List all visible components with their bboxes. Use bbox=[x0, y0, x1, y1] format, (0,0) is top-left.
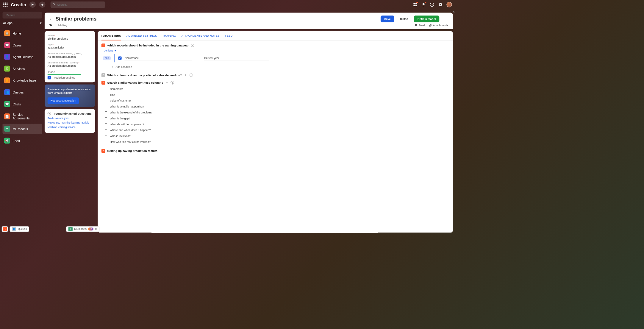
feed-link[interactable]: Feed bbox=[415, 24, 425, 27]
faq-card: ? Frequently asked questions Predictive … bbox=[45, 109, 95, 132]
attachments-link[interactable]: Attachments bbox=[429, 24, 448, 27]
section-toggle[interactable]: ˄ bbox=[101, 149, 105, 153]
taskbar-queues[interactable]: 👥Queues bbox=[10, 226, 29, 232]
column-item[interactable]: TComments bbox=[104, 86, 449, 92]
section-toggle[interactable]: ˄ bbox=[101, 43, 105, 47]
column-item[interactable]: TWhat is the gap? bbox=[104, 115, 449, 121]
global-search[interactable] bbox=[51, 1, 105, 8]
nav-services[interactable]: ⚙Services bbox=[2, 64, 42, 74]
tab-training[interactable]: TRAINING bbox=[162, 31, 176, 40]
user-avatar[interactable] bbox=[446, 2, 452, 7]
tab-feed[interactable]: FEED bbox=[225, 31, 232, 40]
column-label: Where and when does it happen? bbox=[110, 129, 151, 132]
detail-panel: PARAMETERS ADVANCED SETTINGS TRAINING AT… bbox=[98, 31, 453, 233]
object-field[interactable]: Search for similar among (Object)* A3 pr… bbox=[48, 52, 92, 59]
column-item[interactable]: TWhere and when does it happen? bbox=[104, 127, 449, 133]
faq-link[interactable]: How to use machine learning models bbox=[48, 121, 92, 125]
required-marker: * bbox=[79, 61, 79, 64]
back-button[interactable]: ← bbox=[49, 17, 53, 21]
column-label: What should be happening? bbox=[110, 123, 144, 126]
nav-service-agreements[interactable]: 📄Service Agreements bbox=[2, 111, 42, 122]
column-item[interactable]: TWhat should be happening? bbox=[104, 121, 449, 127]
name-field[interactable]: Name* Similar problems bbox=[48, 34, 92, 41]
retrain-model-button[interactable]: Retrain model bbox=[414, 15, 439, 22]
queue-icon: 👥 bbox=[4, 89, 10, 95]
text-type-icon: T bbox=[104, 99, 108, 102]
tab-attachments-notes[interactable]: ATTACHMENTS AND NOTES bbox=[182, 31, 220, 40]
tab-parameters[interactable]: PARAMETERS bbox=[101, 31, 121, 40]
nav-home[interactable]: 🏠Home bbox=[2, 28, 42, 38]
taskbar-creatio[interactable]: ➜ bbox=[2, 226, 8, 232]
column-label: Title bbox=[110, 93, 115, 96]
page-title: Similar problems bbox=[56, 16, 97, 22]
subject-field[interactable]: Search for similar to (Subject)* A3 prob… bbox=[48, 61, 92, 68]
tab-advanced-settings[interactable]: ADVANCED SETTINGS bbox=[126, 31, 157, 40]
section-toggle[interactable]: ˄ bbox=[101, 81, 105, 85]
field-label: Name bbox=[48, 34, 54, 37]
bell-icon[interactable] bbox=[421, 2, 426, 7]
faq-link[interactable]: Predictive analysis bbox=[48, 117, 92, 120]
section-toggle[interactable]: ˅ bbox=[101, 73, 105, 77]
nav-cases[interactable]: 💬Cases bbox=[2, 40, 42, 50]
checkbox-label: Prediction enabled bbox=[53, 76, 75, 79]
column-item[interactable]: THow was this root cause verified? bbox=[104, 139, 449, 145]
request-consultation-button[interactable]: Request consultation bbox=[48, 98, 79, 104]
column-item[interactable]: TWhat is the extend of the problem? bbox=[104, 110, 449, 116]
apps-menu-icon[interactable] bbox=[3, 2, 7, 7]
generic-button[interactable]: Button bbox=[397, 15, 411, 22]
save-button[interactable]: Save bbox=[381, 15, 394, 22]
global-search-input[interactable] bbox=[57, 3, 103, 6]
help-icon[interactable]: ? bbox=[430, 2, 434, 7]
info-icon[interactable]: i bbox=[171, 81, 174, 84]
column-item[interactable]: TTitle bbox=[104, 92, 449, 98]
boolean-operator[interactable]: and bbox=[103, 56, 111, 60]
section-title: Setting up saving prediction results bbox=[107, 149, 157, 152]
page-settings-icon[interactable]: ⚙ bbox=[452, 10, 455, 13]
nav-agent-desktop[interactable]: 👤Agent Desktop bbox=[2, 52, 42, 62]
condition-checkbox[interactable]: ✓ bbox=[118, 56, 121, 60]
svg-rect-0 bbox=[413, 3, 415, 4]
required-marker: * bbox=[54, 34, 55, 37]
paperclip-icon bbox=[429, 24, 432, 27]
bottom-taskbar: ➜ 👥Queues ✦ML models+3✕ bbox=[0, 225, 455, 233]
info-icon[interactable]: i bbox=[191, 44, 194, 47]
prediction-enabled-checkbox[interactable]: ✓ bbox=[48, 76, 51, 79]
nav-feed[interactable]: 📢Feed bbox=[2, 135, 42, 146]
nav-queues[interactable]: 👥Queues bbox=[2, 87, 42, 97]
column-item[interactable]: TWhat is actually happening? bbox=[104, 104, 449, 110]
condition-operator[interactable]: = bbox=[195, 57, 201, 60]
svg-rect-3 bbox=[415, 5, 417, 6]
text-type-icon: T bbox=[104, 117, 108, 120]
settings-icon[interactable] bbox=[438, 2, 443, 7]
plus-icon: ＋ bbox=[111, 65, 114, 69]
nav-chats[interactable]: 💬Chats bbox=[2, 99, 42, 109]
play-button[interactable] bbox=[29, 1, 36, 8]
sidebar-search-input[interactable] bbox=[6, 14, 42, 17]
svg-text:?: ? bbox=[431, 3, 433, 6]
nav-knowledge-base[interactable]: 📙Knowledge base bbox=[2, 75, 42, 85]
actions-dropdown[interactable]: Actions ▾ bbox=[104, 49, 449, 52]
column-item[interactable]: TWho is involved? bbox=[104, 133, 449, 139]
close-icon[interactable]: ✕ bbox=[95, 227, 97, 230]
status-field[interactable]: Done bbox=[48, 70, 81, 75]
condition-value[interactable]: Current year bbox=[204, 56, 269, 60]
more-menu-button[interactable]: ⋯ bbox=[442, 16, 448, 22]
all-apps-toggle[interactable]: All aps ▾ bbox=[2, 20, 42, 26]
faq-title-label: Frequently asked questions bbox=[53, 112, 92, 115]
nav-ml-models[interactable]: ✦ML models bbox=[2, 124, 42, 134]
faq-link[interactable]: Machine learning service bbox=[48, 125, 92, 129]
sidebar-search[interactable] bbox=[2, 12, 42, 19]
similar-columns-section: ˄ Search similar values by these columns… bbox=[98, 78, 453, 146]
add-condition-button[interactable]: ＋ Add condition bbox=[111, 65, 449, 69]
add-tag-button[interactable]: Add tag bbox=[58, 24, 67, 27]
add-column-button[interactable]: ＋ bbox=[165, 81, 168, 84]
info-icon[interactable]: i bbox=[190, 74, 193, 77]
column-item[interactable]: TVoice of customer bbox=[104, 98, 449, 104]
add-column-button[interactable]: ＋ bbox=[184, 74, 187, 77]
condition-field[interactable]: Occurrence bbox=[125, 56, 192, 60]
add-button[interactable]: + bbox=[39, 1, 46, 8]
apps-switcher-icon[interactable] bbox=[413, 2, 418, 7]
type-field[interactable]: Type* Text similarity bbox=[48, 43, 92, 50]
brand-logo: Creatio bbox=[11, 2, 26, 7]
taskbar-ml-models[interactable]: ✦ML models+3✕ bbox=[66, 226, 99, 232]
